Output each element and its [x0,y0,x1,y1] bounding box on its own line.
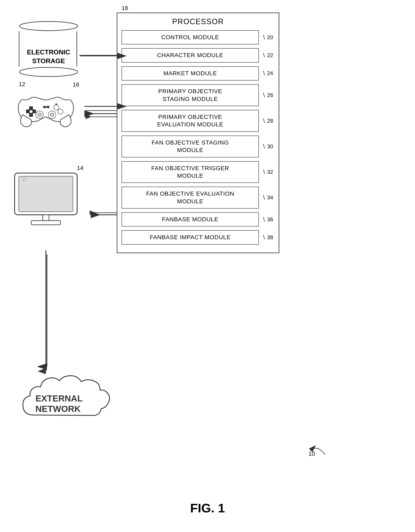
svg-rect-24 [43,215,49,221]
module-row-8: FANBASE MODULE ∖ 36 [121,212,275,227]
fan-trigger-module-ref: ∖ 32 [262,169,275,175]
primary-staging-module-label: PRIMARY OBJECTIVESTAGING MODULE [158,88,222,102]
control-module-box: CONTROL MODULE [121,30,259,44]
svg-text:NETWORK: NETWORK [36,404,81,414]
figure-label: FIG. 1 [0,501,415,515]
module-row-2: MARKET MODULE ∖ 24 [121,66,275,80]
cloud-icon: EXTERNAL NETWORK [17,365,133,428]
character-module-ref: ∖ 22 [262,52,275,59]
fan-trigger-module-box: FAN OBJECTIVE TRIGGERMODULE [121,161,259,183]
svg-rect-23 [19,176,73,212]
primary-staging-module-ref: ∖ 26 [262,92,275,98]
module-row-0: CONTROL MODULE ∖ 20 [121,30,275,44]
diagram-container: ELECTRONIC STORAGE 12 16 [0,0,415,532]
control-module-ref: ∖ 20 [262,34,275,41]
fanbase-module-label: FANBASE MODULE [162,216,218,222]
processor-box: 18 PROCESSOR CONTROL MODULE ∖ 20 CHARACT… [117,12,279,253]
fanbase-impact-module-ref: ∖ 38 [262,234,275,241]
fan-eval-module-box: FAN OBJECTIVE EVALUATIONMODULE [121,187,259,209]
monitor-ref: 14 [77,165,83,171]
svg-point-9 [19,67,78,76]
module-row-4: PRIMARY OBJECTIVEEVALUATION MODULE ∖ 28 [121,110,275,132]
svg-rect-21 [46,106,49,108]
module-row-6: FAN OBJECTIVE TRIGGERMODULE ∖ 32 [121,161,275,183]
fan-eval-module-label: FAN OBJECTIVE EVALUATIONMODULE [146,190,234,204]
market-module-box: MARKET MODULE [121,66,259,80]
svg-text:EXTERNAL: EXTERNAL [36,394,83,403]
fanbase-impact-module-box: FANBASE IMPACT MODULE [121,230,259,244]
controller-ref: 16 [73,81,79,88]
storage-label: ELECTRONIC STORAGE [19,48,78,65]
character-module-box: CHARACTER MODULE [121,48,259,62]
fanbase-module-box: FANBASE MODULE [121,212,259,227]
storage-ref: 12 [19,81,25,88]
control-module-label: CONTROL MODULE [161,34,219,40]
processor-ref: 18 [121,5,128,11]
monitor-icon [10,171,85,229]
svg-point-12 [29,110,33,113]
primary-eval-module-label: PRIMARY OBJECTIVEEVALUATION MODULE [157,114,223,128]
fan-staging-module-box: FAN OBJECTIVE STAGINGMODULE [121,135,259,157]
storage-cylinder: ELECTRONIC STORAGE [19,21,77,77]
module-row-1: CHARACTER MODULE ∖ 22 [121,48,275,62]
fanbase-impact-module-label: FANBASE IMPACT MODULE [150,234,231,240]
primary-staging-module-box: PRIMARY OBJECTIVESTAGING MODULE [121,84,259,106]
market-module-ref: ∖ 24 [262,70,275,76]
module-row-9: FANBASE IMPACT MODULE ∖ 38 [121,230,275,244]
controller-icon [12,88,79,129]
market-module-label: MARKET MODULE [163,70,217,76]
fan-staging-module-label: FAN OBJECTIVE STAGINGMODULE [152,139,229,153]
storage-group: ELECTRONIC STORAGE 12 [17,21,79,77]
fan-staging-module-ref: ∖ 30 [262,143,275,150]
svg-rect-20 [43,106,46,108]
controller-group: 16 [12,88,83,130]
fan-eval-module-ref: ∖ 34 [262,194,275,201]
monitor-group: 14 [10,171,90,230]
ref-10: 10 [308,450,315,457]
cloud-group: EXTERNAL NETWORK [17,365,133,428]
character-module-label: CHARACTER MODULE [157,52,223,58]
svg-rect-25 [31,221,60,225]
svg-point-8 [19,21,78,31]
module-row-3: PRIMARY OBJECTIVESTAGING MODULE ∖ 26 [121,84,275,106]
svg-point-17 [38,113,41,116]
module-row-5: FAN OBJECTIVE STAGINGMODULE ∖ 30 [121,135,275,157]
svg-point-15 [55,104,57,105]
fan-trigger-module-label: FAN OBJECTIVE TRIGGERMODULE [151,165,229,179]
svg-point-19 [50,113,54,116]
primary-eval-module-box: PRIMARY OBJECTIVEEVALUATION MODULE [121,110,259,132]
primary-eval-module-ref: ∖ 28 [262,118,275,124]
module-row-7: FAN OBJECTIVE EVALUATIONMODULE ∖ 34 [121,187,275,209]
processor-title: PROCESSOR [121,17,275,26]
fanbase-module-ref: ∖ 36 [262,216,275,223]
